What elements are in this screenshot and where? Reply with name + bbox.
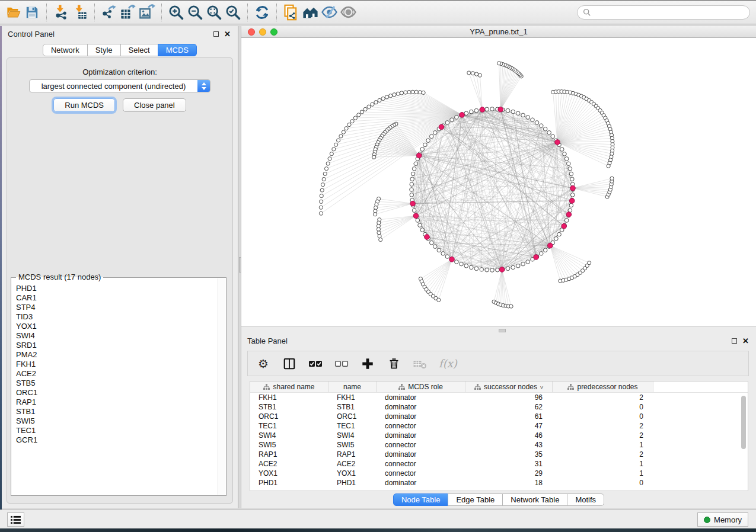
network-node[interactable] [410,182,414,187]
table-row[interactable]: STB1STB1dominator620 [250,402,748,412]
network-node[interactable] [412,167,416,171]
network-leaf-node[interactable] [588,261,591,265]
network-node[interactable] [568,167,572,171]
table-tab-edge-table[interactable]: Edge Table [448,493,503,506]
run-mcds-button[interactable]: Run MCDS [53,98,115,112]
network-leaf-node[interactable] [353,116,357,120]
network-node[interactable] [445,121,449,125]
refresh-icon[interactable] [253,3,272,22]
network-node[interactable] [564,157,569,161]
network-node[interactable] [433,131,438,135]
search-input[interactable] [594,8,744,17]
network-leaf-node[interactable] [326,162,330,165]
network-leaf-node[interactable] [471,72,474,75]
network-node[interactable] [426,139,430,143]
mcds-hub-node[interactable] [555,140,560,145]
mcds-result-item[interactable]: STP4 [16,303,218,312]
network-leaf-node[interactable] [371,102,374,106]
network-node[interactable] [539,124,543,128]
float-table-panel-icon[interactable] [732,338,737,344]
network-node[interactable] [490,268,495,273]
network-leaf-node[interactable] [396,92,400,95]
network-node[interactable] [531,118,535,122]
network-node[interactable] [441,252,445,256]
table-row[interactable]: PHD1PHD1dominator180 [250,478,748,488]
table-row[interactable]: ORC1ORC1dominator610 [250,412,748,421]
network-node[interactable] [506,267,510,271]
network-node[interactable] [535,121,539,125]
mcds-hub-node[interactable] [534,255,539,260]
network-leaf-node[interactable] [437,298,441,302]
network-node[interactable] [560,148,564,152]
zoom-out-icon[interactable] [186,3,205,22]
mcds-result-item[interactable]: FKH1 [16,360,218,369]
hide-graphics-icon[interactable] [320,3,339,22]
table-row[interactable]: SWI5SWI5connector431 [250,440,748,450]
network-node[interactable] [554,236,559,241]
add-row-plus-icon[interactable] [361,357,375,371]
network-leaf-node[interactable] [347,123,351,126]
network-leaf-node[interactable] [342,130,345,134]
network-leaf-node[interactable] [319,211,323,215]
mcds-hub-node[interactable] [570,185,576,191]
table-settings-gear-icon[interactable]: ⚙ [256,357,270,371]
network-leaf-node[interactable] [414,90,418,94]
network-node[interactable] [570,177,575,181]
mcds-hub-node[interactable] [569,198,575,204]
network-node[interactable] [474,267,479,271]
network-leaf-node[interactable] [324,167,328,171]
network-node[interactable] [437,248,441,252]
mcds-hub-node[interactable] [460,113,465,118]
network-leaf-node[interactable] [478,73,481,77]
network-leaf-node[interactable] [344,127,348,130]
network-node[interactable] [464,264,468,268]
mcds-hub-node[interactable] [480,107,485,113]
show-eye-icon[interactable] [339,3,358,22]
mcds-hub-node[interactable] [449,257,455,262]
table-row[interactable]: FKH1FKH1dominator962 [250,393,748,402]
network-node[interactable] [490,107,495,111]
import-network-icon[interactable] [52,3,71,22]
tab-mcds[interactable]: MCDS [158,44,197,56]
network-leaf-node[interactable] [411,90,414,94]
save-icon[interactable] [23,3,42,22]
zoom-fit-icon[interactable] [205,3,224,22]
share-document-icon[interactable] [282,3,301,22]
network-leaf-node[interactable] [400,91,403,95]
network-node[interactable] [412,209,416,213]
mcds-result-item[interactable]: ACE2 [16,369,218,379]
close-panel-button[interactable]: Close panel [123,98,186,112]
table-tab-motifs[interactable]: Motifs [567,493,604,506]
table-row[interactable]: YOX1YOX1connector291 [250,469,748,478]
network-node[interactable] [460,262,464,266]
open-folder-icon[interactable] [4,3,23,22]
mcds-hub-node[interactable] [439,124,444,130]
network-leaf-node[interactable] [378,235,381,238]
node-table[interactable]: shared namenameMCDS rolesuccessor nodesv… [250,381,748,491]
export-table-icon[interactable] [119,3,138,22]
mcds-result-item[interactable]: PHD1 [16,284,218,293]
network-leaf-node[interactable] [372,155,376,159]
mcds-hub-node[interactable] [548,243,553,248]
network-node[interactable] [416,219,420,223]
network-leaf-node[interactable] [385,95,388,99]
network-node[interactable] [526,116,530,120]
network-leaf-node[interactable] [339,134,343,138]
network-node[interactable] [433,245,438,249]
network-node[interactable] [564,219,569,223]
search-field[interactable] [577,5,750,20]
mcds-result-item[interactable]: STB5 [16,379,218,388]
network-leaf-node[interactable] [497,62,500,65]
zoom-in-icon[interactable] [167,3,186,22]
network-node[interactable] [551,134,555,139]
network-leaf-node[interactable] [334,143,338,146]
mcds-result-item[interactable]: CAR1 [16,293,218,303]
network-node[interactable] [455,260,459,264]
network-node[interactable] [511,265,515,270]
dropdown-stepper-icon[interactable] [197,80,210,92]
network-node[interactable] [429,134,433,139]
network-leaf-node[interactable] [407,90,411,94]
mcds-result-item[interactable]: SWI4 [16,331,218,341]
table-tab-network-table[interactable]: Network Table [502,493,567,506]
mcds-hub-node[interactable] [498,107,503,112]
